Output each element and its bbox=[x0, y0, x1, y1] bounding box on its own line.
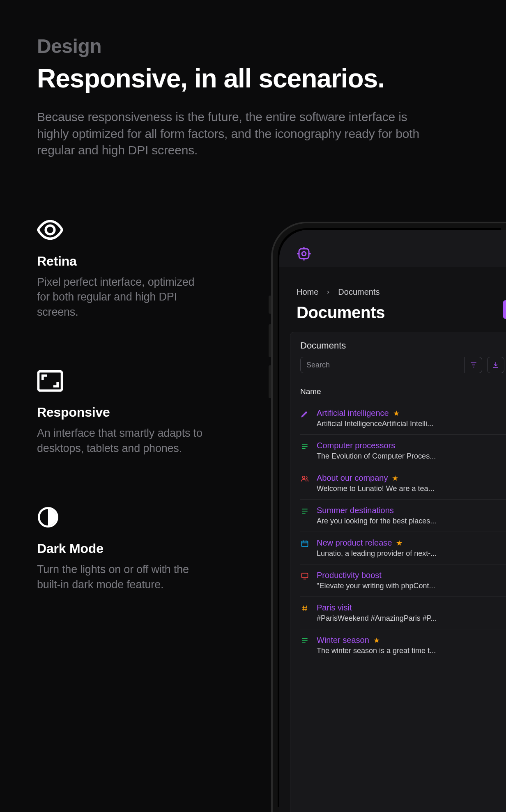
feature-desc: An interface that smartly adapts to desk… bbox=[37, 426, 209, 456]
screen-icon bbox=[300, 571, 309, 580]
star-icon: ★ bbox=[396, 539, 402, 548]
svg-point-4 bbox=[302, 252, 306, 256]
row-title[interactable]: Artificial intelligence★ bbox=[317, 408, 503, 418]
hash-icon bbox=[300, 604, 309, 613]
contrast-icon bbox=[37, 505, 67, 530]
table-row[interactable]: Paris visit#ParisWeekend #AmazingParis #… bbox=[300, 596, 506, 629]
star-icon: ★ bbox=[373, 636, 380, 645]
row-title[interactable]: Summer destinations bbox=[317, 506, 503, 515]
table-row[interactable]: Productivity boost"Elevate your writing … bbox=[300, 564, 506, 596]
star-icon: ★ bbox=[393, 409, 400, 418]
phone-mockup: Home Documents Documents Documents bbox=[271, 222, 506, 812]
svg-rect-1 bbox=[38, 372, 62, 391]
feature-title: Responsive bbox=[37, 405, 209, 420]
table-row[interactable]: Computer processorsThe Evolution of Comp… bbox=[300, 434, 506, 467]
row-title[interactable]: Winter season★ bbox=[317, 635, 503, 645]
column-header-name: Name bbox=[300, 387, 506, 396]
row-subtitle: Lunatio, a leading provider of next-... bbox=[317, 549, 473, 558]
eye-icon bbox=[37, 218, 67, 242]
row-subtitle: Welcome to Lunatio! We are a tea... bbox=[317, 484, 473, 493]
table-row[interactable]: About our company★Welcome to Lunatio! We… bbox=[300, 467, 506, 499]
table-row[interactable]: Winter season★The winter season is a gre… bbox=[300, 629, 506, 661]
pencil-icon bbox=[300, 409, 309, 418]
lines-icon bbox=[300, 442, 309, 451]
feature-retina: Retina Pixel perfect interface, optimize… bbox=[37, 218, 209, 319]
feature-darkmode: Dark Mode Turn the lights on or off with… bbox=[37, 505, 209, 592]
row-title[interactable]: Computer processors bbox=[317, 441, 503, 450]
feature-responsive: Responsive An interface that smartly ada… bbox=[37, 369, 209, 456]
eyebrow-text: Design bbox=[37, 35, 469, 57]
breadcrumb-home[interactable]: Home bbox=[297, 287, 318, 297]
feature-desc: Turn the lights on or off with the built… bbox=[37, 562, 209, 592]
row-subtitle: Artificial IntelligenceArtificial Intell… bbox=[317, 420, 473, 428]
svg-point-0 bbox=[46, 225, 54, 234]
cal-icon bbox=[300, 539, 309, 548]
row-subtitle: The Evolution of Computer Proces... bbox=[317, 452, 473, 461]
primary-action-edge[interactable] bbox=[503, 300, 506, 319]
row-title[interactable]: Productivity boost bbox=[317, 571, 503, 580]
app-top-bar bbox=[279, 230, 506, 267]
search-box[interactable] bbox=[300, 357, 482, 373]
lines-icon bbox=[300, 507, 309, 516]
users-icon bbox=[300, 474, 309, 483]
page-title: Documents bbox=[297, 303, 385, 322]
row-title[interactable]: About our company★ bbox=[317, 473, 503, 483]
row-subtitle: The winter season is a great time t... bbox=[317, 647, 473, 655]
row-title[interactable]: Paris visit bbox=[317, 603, 503, 612]
lines-icon bbox=[300, 636, 309, 645]
panel-title: Documents bbox=[300, 340, 506, 351]
table-row[interactable]: New product release★Lunatio, a leading p… bbox=[300, 532, 506, 564]
feature-desc: Pixel perfect interface, optimized for b… bbox=[37, 275, 209, 319]
table-row[interactable]: Summer destinationsAre you looking for t… bbox=[300, 499, 506, 532]
svg-rect-3 bbox=[299, 249, 309, 259]
row-subtitle: "Elevate your writing with phpCont... bbox=[317, 582, 473, 590]
filter-button[interactable] bbox=[465, 357, 482, 373]
breadcrumb: Home Documents bbox=[297, 287, 506, 297]
row-subtitle: Are you looking for the best places... bbox=[317, 517, 473, 525]
star-icon: ★ bbox=[392, 474, 398, 483]
row-subtitle: #ParisWeekend #AmazingParis #P... bbox=[317, 614, 473, 623]
chevron-right-icon bbox=[326, 287, 331, 297]
subcopy-text: Because responsiveness is the future, th… bbox=[37, 109, 435, 159]
headline-text: Responsive, in all scenarios. bbox=[37, 65, 469, 92]
documents-panel: Documents Name Artificial bbox=[290, 332, 506, 812]
table-row[interactable]: Artificial intelligence★Artificial Intel… bbox=[300, 402, 506, 434]
aspect-ratio-icon bbox=[37, 369, 67, 393]
search-input[interactable] bbox=[301, 361, 465, 369]
feature-title: Dark Mode bbox=[37, 541, 209, 556]
row-title[interactable]: New product release★ bbox=[317, 538, 503, 548]
download-button[interactable] bbox=[487, 357, 504, 373]
breadcrumb-current: Documents bbox=[338, 287, 380, 297]
app-logo-icon bbox=[297, 246, 311, 261]
feature-title: Retina bbox=[37, 254, 209, 269]
